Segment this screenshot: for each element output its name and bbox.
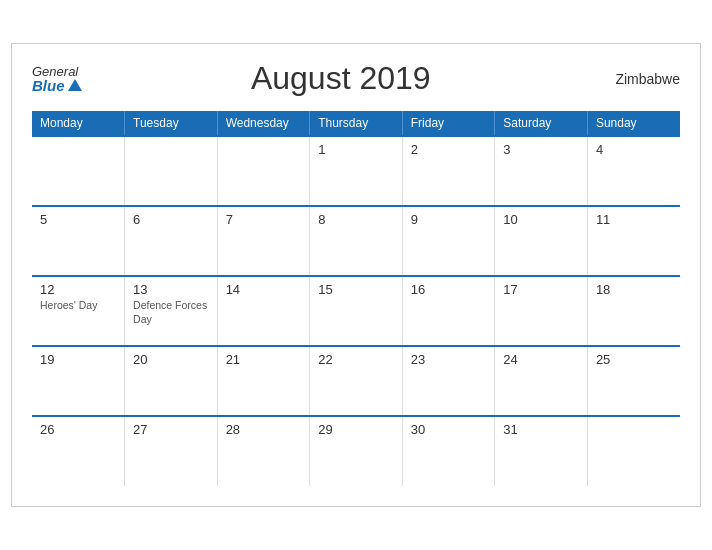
calendar-day-cell: 29 (310, 416, 403, 486)
calendar-day-cell (217, 136, 310, 206)
calendar-day-cell: 4 (587, 136, 680, 206)
day-number: 25 (596, 352, 672, 367)
calendar-day-cell: 11 (587, 206, 680, 276)
calendar-day-cell: 14 (217, 276, 310, 346)
day-number: 31 (503, 422, 579, 437)
calendar-week-row: 19202122232425 (32, 346, 680, 416)
calendar-day-cell: 8 (310, 206, 403, 276)
day-number: 14 (226, 282, 302, 297)
event-label: Defence Forces Day (133, 299, 209, 326)
day-number: 1 (318, 142, 394, 157)
day-number: 6 (133, 212, 209, 227)
header-monday: Monday (32, 111, 125, 136)
calendar-week-row: 262728293031 (32, 416, 680, 486)
day-number: 9 (411, 212, 487, 227)
calendar-day-cell (125, 136, 218, 206)
calendar-day-cell: 16 (402, 276, 495, 346)
header-thursday: Thursday (310, 111, 403, 136)
weekday-header-row: Monday Tuesday Wednesday Thursday Friday… (32, 111, 680, 136)
calendar-day-cell: 24 (495, 346, 588, 416)
day-number: 19 (40, 352, 116, 367)
calendar-day-cell (587, 416, 680, 486)
day-number: 28 (226, 422, 302, 437)
calendar-day-cell: 21 (217, 346, 310, 416)
calendar-day-cell: 2 (402, 136, 495, 206)
calendar-day-cell: 10 (495, 206, 588, 276)
calendar-day-cell: 6 (125, 206, 218, 276)
day-number: 2 (411, 142, 487, 157)
calendar-day-cell: 28 (217, 416, 310, 486)
calendar-day-cell: 7 (217, 206, 310, 276)
day-number: 27 (133, 422, 209, 437)
calendar-day-cell: 26 (32, 416, 125, 486)
header-sunday: Sunday (587, 111, 680, 136)
calendar-day-cell: 9 (402, 206, 495, 276)
day-number: 24 (503, 352, 579, 367)
logo-triangle-icon (68, 79, 82, 91)
calendar-day-cell: 30 (402, 416, 495, 486)
day-number: 29 (318, 422, 394, 437)
country-label: Zimbabwe (600, 71, 680, 87)
calendar-day-cell: 15 (310, 276, 403, 346)
header-wednesday: Wednesday (217, 111, 310, 136)
event-label: Heroes' Day (40, 299, 116, 313)
calendar-day-cell (32, 136, 125, 206)
calendar-day-cell: 13Defence Forces Day (125, 276, 218, 346)
day-number: 18 (596, 282, 672, 297)
day-number: 30 (411, 422, 487, 437)
calendar-header: General Blue August 2019 Zimbabwe (32, 60, 680, 97)
day-number: 4 (596, 142, 672, 157)
day-number: 17 (503, 282, 579, 297)
day-number: 11 (596, 212, 672, 227)
calendar-day-cell: 20 (125, 346, 218, 416)
calendar-day-cell: 18 (587, 276, 680, 346)
calendar-day-cell: 17 (495, 276, 588, 346)
calendar-week-row: 567891011 (32, 206, 680, 276)
calendar-table: Monday Tuesday Wednesday Thursday Friday… (32, 111, 680, 486)
calendar-container: General Blue August 2019 Zimbabwe Monday… (11, 43, 701, 507)
logo-blue-text: Blue (32, 78, 82, 93)
calendar-week-row: 12Heroes' Day13Defence Forces Day1415161… (32, 276, 680, 346)
calendar-day-cell: 5 (32, 206, 125, 276)
calendar-day-cell: 19 (32, 346, 125, 416)
header-tuesday: Tuesday (125, 111, 218, 136)
calendar-day-cell: 25 (587, 346, 680, 416)
calendar-day-cell: 3 (495, 136, 588, 206)
day-number: 5 (40, 212, 116, 227)
logo-general-text: General (32, 65, 82, 78)
day-number: 7 (226, 212, 302, 227)
calendar-title: August 2019 (82, 60, 600, 97)
day-number: 22 (318, 352, 394, 367)
calendar-day-cell: 1 (310, 136, 403, 206)
day-number: 3 (503, 142, 579, 157)
day-number: 12 (40, 282, 116, 297)
day-number: 23 (411, 352, 487, 367)
header-saturday: Saturday (495, 111, 588, 136)
day-number: 21 (226, 352, 302, 367)
calendar-day-cell: 12Heroes' Day (32, 276, 125, 346)
day-number: 15 (318, 282, 394, 297)
calendar-day-cell: 22 (310, 346, 403, 416)
header-friday: Friday (402, 111, 495, 136)
calendar-day-cell: 23 (402, 346, 495, 416)
calendar-week-row: 1234 (32, 136, 680, 206)
day-number: 20 (133, 352, 209, 367)
day-number: 13 (133, 282, 209, 297)
calendar-day-cell: 31 (495, 416, 588, 486)
calendar-day-cell: 27 (125, 416, 218, 486)
day-number: 10 (503, 212, 579, 227)
day-number: 26 (40, 422, 116, 437)
logo: General Blue (32, 65, 82, 93)
day-number: 16 (411, 282, 487, 297)
day-number: 8 (318, 212, 394, 227)
